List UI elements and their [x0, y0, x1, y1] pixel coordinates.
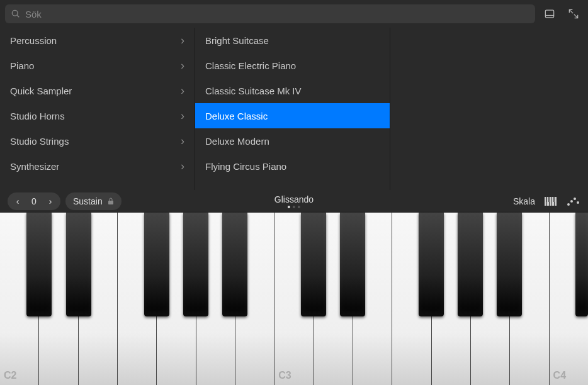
black-key[interactable] [340, 213, 365, 316]
arpeggiator-button[interactable] [567, 196, 580, 206]
category-label: Synthesizer [10, 161, 59, 172]
chevron-right-icon: › [181, 84, 184, 98]
category-item[interactable]: Studio Horns› [0, 103, 195, 128]
black-key[interactable] [301, 213, 326, 316]
chevron-right-icon: › [181, 109, 184, 123]
dot-icon [298, 206, 300, 208]
svg-rect-8 [550, 197, 551, 206]
preset-label: Bright Suitcase [205, 35, 269, 46]
sustain-button[interactable]: Sustain [65, 192, 122, 210]
category-item[interactable]: Piano› [0, 53, 195, 78]
category-item[interactable]: Percussion› [0, 28, 195, 53]
key-label: C4 [553, 370, 566, 381]
right-tools: Skala [513, 196, 580, 206]
black-key[interactable] [419, 213, 444, 316]
key-label: C2 [4, 370, 16, 381]
chevron-right-icon: › [181, 34, 184, 47]
category-label: Percussion [10, 35, 57, 46]
scale-button[interactable]: Skala [513, 196, 535, 206]
svg-point-14 [567, 203, 570, 206]
category-label: Piano [10, 60, 34, 71]
chevron-right-icon: › [181, 59, 184, 72]
sound-browser: Percussion› Piano› Quick Sampler› Studio… [0, 28, 588, 190]
preset-column: Bright Suitcase Classic Electric Piano C… [195, 28, 390, 190]
view-toggle-button[interactable] [540, 4, 559, 23]
category-item[interactable]: Studio Strings› [0, 128, 195, 153]
preset-item[interactable]: Classic Suitcase Mk IV [195, 78, 390, 103]
black-key[interactable] [497, 213, 522, 316]
svg-rect-13 [553, 197, 555, 202]
svg-point-17 [577, 201, 579, 204]
category-item[interactable]: Synthesizer› [0, 153, 195, 179]
octave-up-button[interactable]: › [43, 194, 58, 209]
category-label: Studio Strings [10, 136, 69, 147]
fullscreen-button[interactable] [564, 4, 583, 23]
sustain-label: Sustain [73, 196, 103, 206]
black-key[interactable] [458, 213, 483, 316]
top-bar [0, 0, 588, 28]
preset-label: Deluxe Modern [205, 136, 269, 147]
svg-point-15 [570, 200, 573, 203]
preset-label: Classic Electric Piano [205, 60, 296, 71]
svg-point-0 [12, 10, 18, 16]
black-key[interactable] [575, 213, 588, 316]
preset-label: Classic Suitcase Mk IV [205, 86, 302, 96]
black-key[interactable] [66, 213, 91, 316]
svg-rect-10 [555, 197, 557, 206]
svg-rect-12 [548, 197, 550, 202]
category-column: Percussion› Piano› Quick Sampler› Studio… [0, 28, 195, 190]
octave-down-button[interactable]: ‹ [10, 194, 25, 209]
black-key[interactable] [183, 213, 208, 316]
chevron-right-icon: › [181, 135, 184, 148]
search-icon [11, 9, 20, 18]
category-item[interactable]: Quick Sampler› [0, 78, 195, 103]
preset-item[interactable]: Flying Circus Piano [195, 153, 390, 179]
category-label: Studio Horns [10, 111, 65, 121]
search-input[interactable] [25, 9, 529, 20]
svg-rect-11 [546, 197, 547, 202]
black-key[interactable] [222, 213, 247, 316]
preset-label: Deluxe Classic [205, 111, 268, 121]
black-key[interactable] [144, 213, 169, 316]
keyboard-view-button[interactable] [544, 196, 558, 206]
search-field-wrap[interactable] [5, 4, 535, 23]
keyboard-toolbar: ‹ 0 › Sustain Glissando Skala [0, 190, 588, 213]
svg-line-1 [17, 15, 19, 17]
preset-label: Flying Circus Piano [205, 161, 286, 172]
chevron-right-icon: › [181, 160, 184, 173]
detail-column [390, 28, 588, 190]
play-mode[interactable]: Glissando [274, 194, 314, 208]
dot-icon [288, 206, 290, 208]
preset-item[interactable]: Classic Electric Piano [195, 53, 390, 78]
svg-rect-2 [545, 10, 553, 18]
octave-stepper: ‹ 0 › [8, 192, 60, 210]
svg-rect-4 [108, 201, 113, 204]
play-mode-label: Glissando [274, 194, 314, 204]
piano-keyboard: C2 C3 C4 [0, 213, 588, 385]
preset-item[interactable]: Bright Suitcase [195, 28, 390, 53]
svg-point-16 [574, 198, 576, 200]
preset-item[interactable]: Deluxe Modern [195, 128, 390, 153]
dot-icon [293, 206, 295, 208]
preset-item-selected[interactable]: Deluxe Classic [195, 103, 390, 128]
black-key[interactable] [26, 213, 52, 316]
category-label: Quick Sampler [10, 86, 72, 96]
octave-value: 0 [25, 196, 43, 206]
lock-icon [108, 198, 114, 205]
key-label: C3 [278, 370, 291, 381]
page-dots [274, 206, 314, 208]
